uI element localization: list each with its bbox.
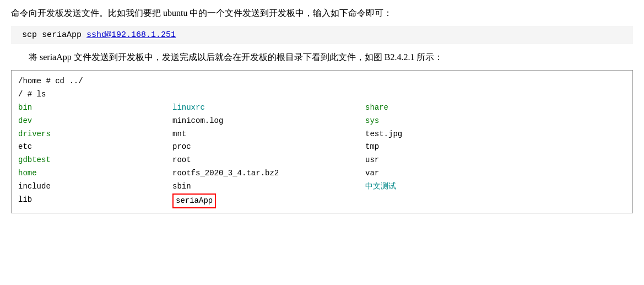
command-link: sshd@192.168.1.251 — [86, 30, 176, 40]
terminal-box: /home # cd ../ / # ls bin dev drivers et… — [11, 70, 633, 213]
list-item: bin — [18, 101, 172, 115]
list-item: include — [18, 180, 172, 193]
terminal-col-3: share sys test.jpg tmp usr var 中文测试 — [365, 101, 475, 208]
terminal-line-2: / # ls — [18, 88, 626, 101]
list-item: etc — [18, 141, 172, 154]
list-item: rootfs_2020_3_4.tar.bz2 — [172, 167, 365, 180]
list-item: test.jpg — [365, 128, 475, 141]
list-item: var — [365, 167, 475, 180]
desc-text: 将 seriaApp 文件发送到开发板中，发送完成以后就会在开发板的根目录下看到… — [11, 50, 633, 64]
list-item: proc — [172, 141, 365, 154]
list-item: share — [365, 101, 475, 115]
terminal-line-1: /home # cd ../ — [18, 75, 626, 88]
list-item: sbin — [172, 180, 365, 193]
command-block: scp seriaApp sshd@192.168.1.251 — [11, 26, 633, 44]
list-item: dev — [18, 115, 172, 128]
list-item: usr — [365, 154, 475, 167]
terminal-col-1: bin dev drivers etc gdbtest home include… — [18, 101, 172, 208]
command-prefix: scp seriaApp — [22, 30, 86, 40]
list-item: drivers — [18, 128, 172, 141]
list-item: minicom.log — [172, 115, 365, 128]
list-item: seriaApp — [172, 193, 365, 209]
terminal-columns: bin dev drivers etc gdbtest home include… — [18, 101, 626, 208]
list-item: gdbtest — [18, 154, 172, 167]
list-item: 中文测试 — [365, 180, 475, 193]
list-item: lib — [18, 193, 172, 207]
terminal-col-2: linuxrc minicom.log mnt proc root rootfs… — [172, 101, 365, 208]
list-item: linuxrc — [172, 101, 365, 115]
list-item: tmp — [365, 141, 475, 154]
list-item: mnt — [172, 128, 365, 141]
highlighted-seria-app: seriaApp — [172, 193, 216, 209]
list-item: sys — [365, 115, 475, 128]
list-item: home — [18, 167, 172, 180]
intro-text: 命令向开发板发送文件。比如我们要把 ubuntu 中的一个文件发送到开发板中，输… — [11, 6, 633, 20]
list-item: root — [172, 154, 365, 167]
